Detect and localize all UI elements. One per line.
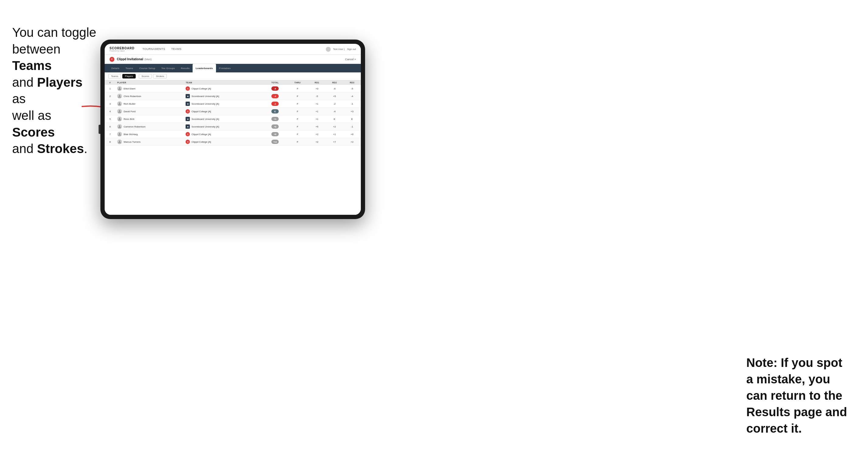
nav-tournaments[interactable]: TOURNAMENTS [140, 44, 168, 55]
player-avatar [117, 124, 122, 129]
tournament-gender: (Men) [145, 58, 152, 61]
table-row: 4 David Ford C Clippd College [A] E F +1… [105, 108, 361, 115]
player-name: Rees Britt [124, 118, 134, 121]
col-rd1: RD1 [308, 80, 326, 85]
cell-total: +1 [263, 115, 287, 123]
team-logo: ■ [186, 124, 190, 129]
cell-rd3: -1 [343, 123, 361, 130]
cell-total: +11 [263, 138, 287, 146]
cancel-button[interactable]: Cancel × [345, 58, 356, 61]
toggle-bar: Teams Players Scores Strokes [105, 72, 361, 80]
sign-out-link[interactable]: Sign out [347, 48, 356, 51]
toggle-strokes[interactable]: Strokes [153, 74, 167, 79]
cell-total: E [263, 108, 287, 115]
logo-area: SCOREBOARD Powered by clippd [110, 47, 134, 52]
nav-links: TOURNAMENTS TEAMS [140, 44, 326, 55]
team-logo: ■ [186, 94, 190, 98]
table-row: 1 Elliot Ebert C Clippd College [A] -8 F… [105, 85, 361, 92]
player-name: Cameron Robertson [124, 125, 146, 128]
cell-player: Marcus Turners [115, 138, 184, 146]
cell-thru: F [287, 138, 308, 146]
cell-rd2: +7 [326, 138, 343, 146]
cell-rd3: +6 [343, 130, 361, 138]
player-name: Marcus Turners [124, 141, 141, 143]
score-badge: E [271, 109, 279, 114]
toggle-players[interactable]: Players [122, 74, 136, 79]
table-row: 2 Chris Robertson ■ Scoreboard Universit… [105, 92, 361, 100]
tournament-header: C Clippd Invitational (Men) Cancel × [105, 55, 361, 64]
tab-leaderboards[interactable]: Leaderboards [193, 64, 216, 72]
cell-total: -4 [263, 92, 287, 100]
cell-rd1: +5 [308, 123, 326, 130]
cell-team: ■ Scoreboard University [A] [184, 123, 263, 130]
score-badge: -4 [271, 94, 279, 98]
cell-rd2: -4 [326, 108, 343, 115]
col-rd2: RD2 [326, 80, 343, 85]
cell-rd1: +2 [308, 130, 326, 138]
cell-team: C Clippd College [A] [184, 130, 263, 138]
cell-team: ■ Scoreboard University [A] [184, 115, 263, 123]
cell-team: C Clippd College [A] [184, 138, 263, 146]
cell-player: Rich Butler [115, 100, 184, 108]
cell-rank: 1 [105, 85, 115, 92]
score-badge: +1 [271, 117, 279, 121]
player-avatar [117, 86, 122, 91]
tab-teams[interactable]: Teams [123, 64, 136, 72]
col-rank: # [105, 80, 115, 85]
player-avatar [117, 94, 122, 99]
user-avatar [326, 47, 331, 52]
cell-rd1: +2 [308, 138, 326, 146]
cell-rank: 4 [105, 108, 115, 115]
table-row: 8 Marcus Turners C Clippd College [A] +1… [105, 138, 361, 146]
cell-rd3: -1 [343, 100, 361, 108]
nav-teams[interactable]: TEAMS [168, 44, 185, 55]
svg-point-3 [119, 102, 121, 104]
col-rd3: RD3 [343, 80, 361, 85]
team-name: Clippd College [A] [191, 87, 211, 90]
team-name: Scoreboard University [A] [191, 102, 219, 105]
tab-details[interactable]: Details [108, 64, 123, 72]
cell-rd3: E [343, 115, 361, 123]
score-badge: -8 [271, 86, 279, 91]
player-avatar [117, 132, 122, 136]
cell-rd3: +2 [343, 138, 361, 146]
team-logo: C [186, 109, 190, 114]
player-avatar [117, 101, 122, 106]
tablet-screen: SCOREBOARD Powered by clippd TOURNAMENTS… [105, 44, 361, 215]
tab-results[interactable]: Results [178, 64, 193, 72]
toggle-teams[interactable]: Teams [108, 74, 121, 79]
cell-rank: 8 [105, 138, 115, 146]
tab-tee-groups[interactable]: Tee Groups [158, 64, 178, 72]
left-annotation: You can toggle between Teams and Players… [12, 24, 97, 157]
svg-point-1 [119, 87, 121, 89]
team-logo: C [186, 86, 190, 91]
cell-rd2: +5 [326, 92, 343, 100]
toggle-scores[interactable]: Scores [139, 74, 152, 79]
player-name: Blair McHarg [124, 133, 137, 136]
cell-rank: 5 [105, 115, 115, 123]
svg-point-7 [119, 133, 121, 134]
top-nav: SCOREBOARD Powered by clippd TOURNAMENTS… [105, 44, 361, 55]
leaderboard-table-container: # PLAYER TEAM TOTAL THRU RD1 RD2 RD3 1 E… [105, 80, 361, 215]
cell-rd3: -4 [343, 92, 361, 100]
cell-rd2: -6 [326, 85, 343, 92]
nav-right: Test User | Sign out [326, 47, 356, 52]
cell-rd2: +2 [326, 123, 343, 130]
leaderboard-table: # PLAYER TEAM TOTAL THRU RD1 RD2 RD3 1 E… [105, 80, 361, 146]
score-badge: +11 [271, 139, 279, 144]
svg-point-6 [119, 125, 121, 127]
team-name: Scoreboard University [A] [191, 95, 219, 98]
table-row: 5 Rees Britt ■ Scoreboard University [A]… [105, 115, 361, 123]
cell-rank: 6 [105, 123, 115, 130]
tab-printables[interactable]: Printables [216, 64, 234, 72]
score-badge: +6 [271, 124, 279, 129]
team-name: Clippd College [A] [191, 141, 211, 143]
cell-thru: F [287, 108, 308, 115]
tab-course-setup[interactable]: Course Setup [136, 64, 158, 72]
cell-total: -2 [263, 100, 287, 108]
cell-rd1: -5 [308, 92, 326, 100]
cell-rank: 3 [105, 100, 115, 108]
col-player: PLAYER [115, 80, 184, 85]
cell-rd2: +1 [326, 130, 343, 138]
cell-rd3: +3 [343, 108, 361, 115]
